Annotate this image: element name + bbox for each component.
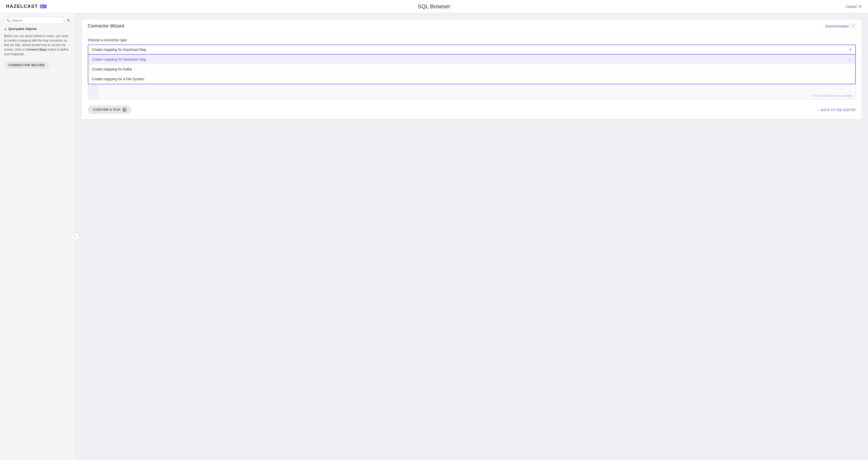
chevron-up-icon: ∧ xyxy=(849,48,851,52)
close-icon[interactable]: ✕ xyxy=(858,4,862,9)
confirm-run-button[interactable]: CONFIRM & RUN ▶ xyxy=(88,105,132,114)
back-to-editor-label: BACK TO SQL EDITOR xyxy=(821,108,856,112)
search-row: 🔍 ↻ xyxy=(4,17,71,24)
collapse-icon: ▲ xyxy=(4,27,7,30)
logo-area: HAZELCAST ▶ 2 xyxy=(6,4,46,9)
search-box: 🔍 xyxy=(4,17,64,24)
code-hint: Press <Ctrl+Space> to complete xyxy=(812,94,852,97)
logo-badge: ▶ 2 xyxy=(40,4,46,8)
queryable-objects-header[interactable]: ▲ Queryable objects xyxy=(4,27,71,31)
confirm-run-label: CONFIRM & RUN xyxy=(93,108,121,112)
dropdown-item-filesystem[interactable]: Create mapping for a File System xyxy=(88,74,855,84)
connector-type-section: Choose a connector type Create mapping f… xyxy=(82,33,862,55)
documentation-label: Documentation xyxy=(826,24,849,28)
cancel-label: Cancel xyxy=(846,4,857,8)
connect-maps-bold: Connect Maps xyxy=(26,48,47,51)
external-link-icon: 📄 xyxy=(850,24,856,28)
dropdown-item-hazelcast-map[interactable]: Create mapping for Hazelcast Map ✓ xyxy=(88,55,855,64)
logo-text: HAZELCAST xyxy=(6,4,38,9)
panel-title: Connector Wizard xyxy=(88,23,124,29)
connector-type-dropdown: Create mapping for Hazelcast Map ∧ Creat… xyxy=(88,44,856,55)
dropdown-item-kafka[interactable]: Create mapping for Kafka xyxy=(88,64,855,74)
refresh-button[interactable]: ↻ xyxy=(66,17,71,24)
page-title: SQL Browser xyxy=(417,3,451,10)
cancel-button[interactable]: Cancel ✕ xyxy=(846,4,862,9)
back-to-sql-editor-link[interactable]: ‹ BACK TO SQL EDITOR xyxy=(818,108,856,112)
connector-wizard-panel: Connector Wizard Documentation 📄 Choose … xyxy=(82,19,862,119)
dropdown-trigger[interactable]: Create mapping for Hazelcast Map ∧ xyxy=(88,44,856,55)
collapse-panel-button[interactable]: « xyxy=(72,233,79,240)
dropdown-menu: Create mapping for Hazelcast Map ✓ Creat… xyxy=(88,55,856,84)
main-layout: 🔍 ↻ ▲ Queryable objects Before you can q… xyxy=(0,13,868,460)
sidebar-description: Before you can query entries in maps, yo… xyxy=(4,34,71,56)
top-bar-actions: Cancel ✕ xyxy=(846,4,862,9)
queryable-objects-label: Queryable objects xyxy=(8,27,37,31)
panel-header: Connector Wizard Documentation 📄 xyxy=(82,19,862,33)
search-input[interactable] xyxy=(12,19,62,22)
sidebar: 🔍 ↻ ▲ Queryable objects Before you can q… xyxy=(0,13,75,460)
dropdown-selected-value: Create mapping for Hazelcast Map xyxy=(92,48,146,52)
chevron-left-icon: « xyxy=(74,235,76,238)
top-bar: HAZELCAST ▶ 2 SQL Browser Cancel ✕ xyxy=(0,0,868,13)
content-area: Connector Wizard Documentation 📄 Choose … xyxy=(75,13,868,460)
panel-footer: CONFIRM & RUN ▶ ‹ BACK TO SQL EDITOR xyxy=(82,105,862,119)
run-icon: ▶ xyxy=(123,108,127,112)
back-arrow-icon: ‹ xyxy=(818,108,819,112)
connector-type-label: Choose a connector type xyxy=(88,38,856,42)
documentation-link[interactable]: Documentation 📄 xyxy=(826,24,856,28)
connector-wizard-button[interactable]: CONNECTOR WIZARD xyxy=(4,61,49,69)
checkmark-icon: ✓ xyxy=(849,57,851,61)
search-icon: 🔍 xyxy=(6,19,10,22)
